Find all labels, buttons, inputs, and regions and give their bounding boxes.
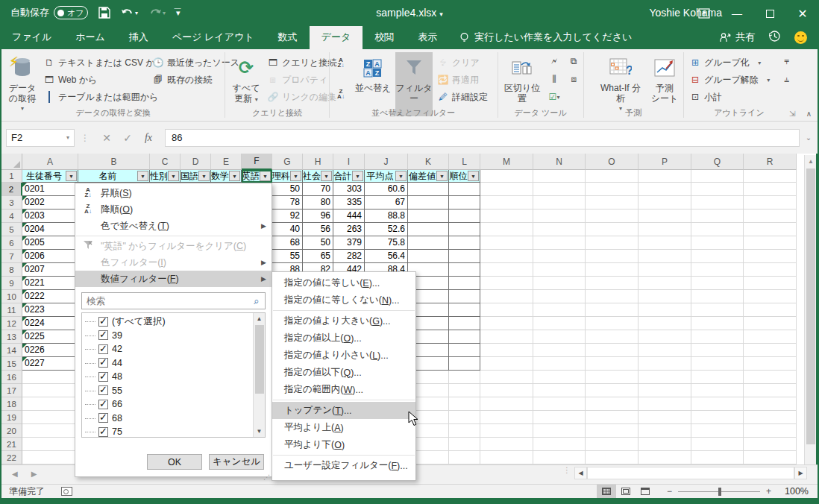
cell-H6[interactable]: 50 — [303, 236, 333, 250]
cell-O9[interactable] — [586, 277, 638, 290]
cell-P22[interactable] — [638, 451, 691, 464]
row-header-14[interactable]: 14 — [1, 344, 22, 357]
cell-M3[interactable] — [480, 196, 533, 210]
scroll-left-arrow[interactable]: ◀ — [574, 467, 587, 479]
column-header-C[interactable]: C — [150, 154, 181, 170]
cell-O17[interactable] — [586, 384, 638, 397]
properties-button[interactable]: 🗉プロパティ — [267, 72, 327, 87]
cell-A14[interactable]: 0226 — [22, 344, 78, 357]
filter-value-44[interactable]: 44 — [82, 356, 252, 371]
maximize-button[interactable] — [753, 0, 786, 27]
number-filter-item-7[interactable]: 指定の範囲内(W)... — [272, 381, 415, 398]
cell-O8[interactable] — [586, 263, 638, 277]
column-header-Q[interactable]: Q — [691, 154, 744, 170]
cell-L17[interactable] — [449, 384, 480, 397]
cell-O22[interactable] — [586, 451, 638, 464]
cell-N9[interactable] — [533, 277, 586, 290]
cell-O12[interactable] — [586, 317, 638, 330]
cell-H2[interactable]: 70 — [303, 183, 333, 196]
cell-P1[interactable] — [638, 170, 691, 183]
ungroup-button[interactable]: ⊟グループ解除 ▾ — [689, 72, 770, 87]
cell-R4[interactable] — [744, 210, 797, 223]
column-header-R[interactable]: R — [744, 154, 797, 170]
tab-ファイル[interactable]: ファイル — [0, 26, 63, 49]
edit-links-button[interactable]: 🔗リンクの編集 — [267, 89, 336, 104]
cell-L3[interactable] — [449, 196, 480, 210]
cell-Q9[interactable] — [691, 277, 744, 290]
zoom-slider-thumb[interactable] — [718, 488, 721, 496]
cell-L11[interactable] — [449, 303, 480, 317]
flash-fill-button[interactable]: 🗲 — [546, 54, 562, 69]
share-button[interactable]: 共有 — [719, 31, 755, 44]
autosave-toggle[interactable]: 自動保存 オフ — [10, 6, 88, 19]
cell-N14[interactable] — [533, 344, 586, 357]
from-text-csv-button[interactable]: 🗋テキストまたは CSV から — [43, 55, 164, 70]
ribbon-display-options-button[interactable] — [688, 0, 721, 27]
cell-Q20[interactable] — [691, 424, 744, 438]
number-filter-item-6[interactable]: 指定の値以下(Q)... — [272, 364, 415, 381]
cell-J5[interactable]: 52.6 — [365, 223, 408, 236]
cell-O3[interactable] — [586, 196, 638, 210]
row-header-13[interactable]: 13 — [1, 330, 22, 344]
cell-A17[interactable] — [22, 384, 78, 397]
cell-P11[interactable] — [638, 303, 691, 317]
cell-P20[interactable] — [638, 424, 691, 438]
cell-P9[interactable] — [638, 277, 691, 290]
filter-list-down-arrow[interactable]: ▼ — [254, 426, 265, 437]
cell-O11[interactable] — [586, 303, 638, 317]
cell-N1[interactable] — [533, 170, 586, 183]
filter-menu-item-0[interactable]: 昇順(S)AZ↓ — [75, 185, 272, 201]
cell-K6[interactable] — [408, 236, 449, 250]
filter-dropdown-button-D[interactable]: ▼ — [198, 171, 210, 181]
cell-P14[interactable] — [638, 344, 691, 357]
cell-L6[interactable] — [449, 236, 480, 250]
cell-N21[interactable] — [533, 438, 586, 451]
cell-P8[interactable] — [638, 263, 691, 277]
cell-A22[interactable] — [22, 451, 78, 464]
number-filter-item-1[interactable]: 指定の値に等しくない(N)... — [272, 292, 415, 309]
macro-record-icon[interactable] — [61, 487, 72, 496]
column-header-K[interactable]: K — [408, 154, 449, 170]
column-header-D[interactable]: D — [181, 154, 211, 170]
cell-L21[interactable] — [449, 438, 480, 451]
cell-J2[interactable]: 60.6 — [365, 183, 408, 196]
cell-L4[interactable] — [449, 210, 480, 223]
cell-A21[interactable] — [22, 438, 78, 451]
cell-A3[interactable]: 0202 — [22, 196, 78, 210]
advanced-filter-button[interactable]: 🖉詳細設定 — [437, 89, 488, 104]
cell-O13[interactable] — [586, 330, 638, 344]
cell-M15[interactable] — [480, 357, 533, 371]
ok-button[interactable]: OK — [147, 454, 202, 470]
scroll-up-arrow[interactable]: ▲ — [805, 155, 816, 168]
cell-L2[interactable] — [449, 183, 480, 196]
cell-M22[interactable] — [480, 451, 533, 464]
filter-menu-item-4[interactable]: "英語" からフィルターをクリア(C) — [75, 238, 272, 254]
cell-Q19[interactable] — [691, 411, 744, 424]
redo-button[interactable]: ▾ — [148, 7, 166, 19]
cell-P4[interactable] — [638, 210, 691, 223]
filter-value-75[interactable]: 75 — [82, 425, 252, 438]
row-header-9[interactable]: 9 — [1, 277, 22, 290]
cell-Q8[interactable] — [691, 263, 744, 277]
cell-R16[interactable] — [744, 371, 797, 384]
cell-O6[interactable] — [586, 236, 638, 250]
column-header-F[interactable]: F — [242, 154, 272, 170]
cell-R12[interactable] — [744, 317, 797, 330]
cell-I6[interactable]: 379 — [333, 236, 365, 250]
cell-O16[interactable] — [586, 371, 638, 384]
tab-表示[interactable]: 表示 — [406, 26, 449, 49]
row-header-7[interactable]: 7 — [1, 250, 22, 263]
row-header-4[interactable]: 4 — [1, 210, 22, 223]
cell-L7[interactable] — [449, 250, 480, 263]
filter-value-list[interactable]: (すべて選択)3942444855666875 ▲ ▼ — [81, 312, 266, 438]
cell-L10[interactable] — [449, 290, 480, 303]
cell-H3[interactable]: 80 — [303, 196, 333, 210]
cell-J4[interactable]: 88.8 — [365, 210, 408, 223]
cell-M16[interactable] — [480, 371, 533, 384]
cell-L16[interactable] — [449, 371, 480, 384]
cell-N13[interactable] — [533, 330, 586, 344]
cell-A9[interactable]: 0221 — [22, 277, 78, 290]
cell-G5[interactable]: 40 — [272, 223, 303, 236]
cell-K4[interactable] — [408, 210, 449, 223]
number-filter-item-3[interactable]: 指定の値より大きい(G)... — [272, 312, 415, 330]
